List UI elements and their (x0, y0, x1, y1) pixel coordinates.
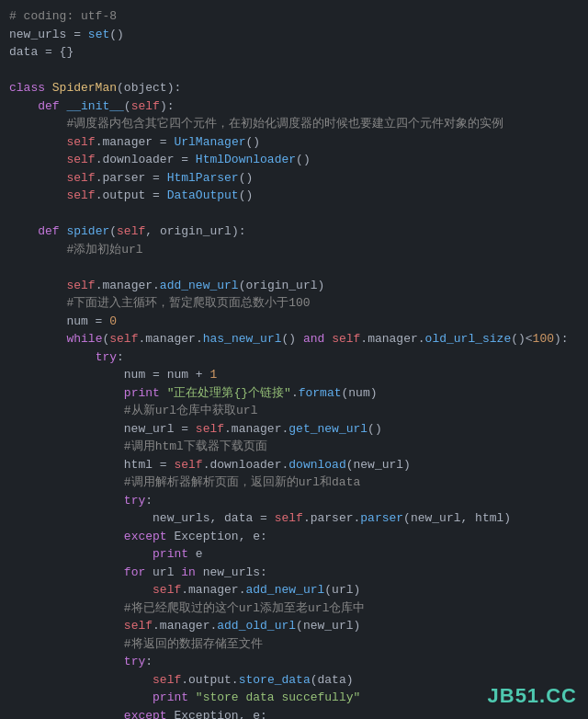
code-block: # coding: utf-8 new_urls = set() data = … (9, 7, 579, 719)
code-container: # coding: utf-8 new_urls = set() data = … (0, 0, 588, 719)
watermark: JB51.CC (488, 684, 577, 708)
